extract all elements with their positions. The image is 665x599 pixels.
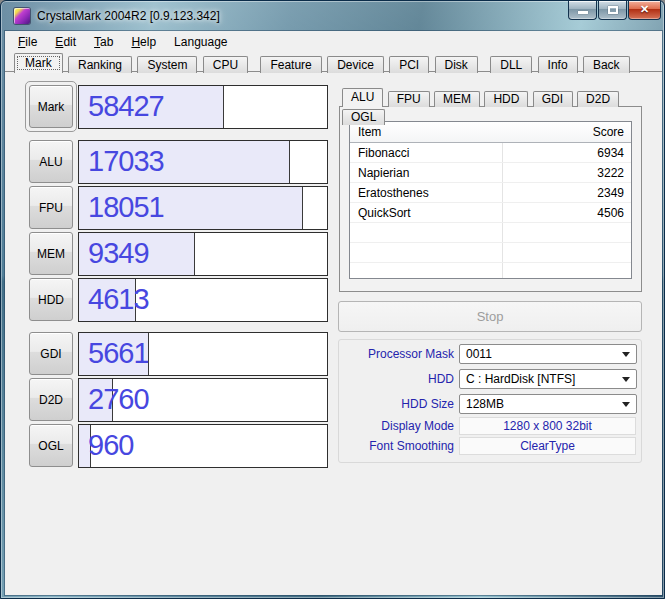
detail-tab-d2d[interactable]: D2D <box>577 91 619 107</box>
menu-help[interactable]: Help <box>122 32 165 52</box>
main-tab-strip: Mark Ranking System CPU Feature Device P… <box>5 53 662 72</box>
detail-tab-strip: ALU FPU MEM HDD GDI D2D OGL <box>342 89 662 107</box>
detail-tab-mem[interactable]: MEM <box>434 91 480 107</box>
tab-device[interactable]: Device <box>327 56 384 73</box>
tab-mark[interactable]: Mark <box>14 53 63 73</box>
tab-pci[interactable]: PCI <box>389 56 429 73</box>
hdd-select[interactable]: C : HardDisk [NTFS] <box>459 369 637 389</box>
client-area: File Edit Tab Help Language Mark Ranking… <box>5 31 662 595</box>
tab-system[interactable]: System <box>137 56 197 73</box>
maximize-button[interactable] <box>598 1 627 20</box>
chevron-down-icon <box>622 377 630 382</box>
alu-button[interactable]: ALU <box>29 140 73 183</box>
detail-tab-ogl[interactable]: OGL <box>342 109 385 125</box>
mem-button[interactable]: MEM <box>29 232 73 275</box>
alu-score-bar: 17033 <box>78 140 328 184</box>
ogl-score-value: 960 <box>88 429 133 462</box>
processor-mask-label: Processor Mask <box>342 344 454 364</box>
tab-info[interactable]: Info <box>538 56 578 73</box>
gdi-score-value: 5661 <box>88 337 149 370</box>
close-icon: ✕ <box>629 3 660 16</box>
chevron-down-icon <box>622 402 630 407</box>
display-mode-value: 1280 x 800 32bit <box>459 417 636 435</box>
d2d-button[interactable]: D2D <box>29 378 73 421</box>
hdd-score-bar: 4613 <box>78 278 328 322</box>
chevron-down-icon <box>622 352 630 357</box>
table-row-empty <box>350 243 631 263</box>
app-window: CrystalMark 2004R2 [0.9.123.342] ✕ File … <box>0 0 665 599</box>
detail-tab-gdi[interactable]: GDI <box>533 91 573 107</box>
window-title: CrystalMark 2004R2 [0.9.123.342] <box>37 9 220 23</box>
title-bar[interactable]: CrystalMark 2004R2 [0.9.123.342] ✕ <box>1 1 664 31</box>
mark-score-bar: 58427 <box>78 85 328 129</box>
result-table: Item Score Fibonacci 6934 Napierian 3222… <box>349 121 632 279</box>
alu-score-value: 17033 <box>88 145 164 178</box>
stop-button[interactable]: Stop <box>338 301 642 332</box>
window-controls: ✕ <box>567 1 661 20</box>
fpu-score-value: 18051 <box>88 191 164 224</box>
table-row-empty <box>350 223 631 243</box>
menu-file[interactable]: File <box>9 32 46 52</box>
ogl-score-bar: 960 <box>78 424 328 468</box>
fpu-button[interactable]: FPU <box>29 186 73 229</box>
tab-feature[interactable]: Feature <box>260 56 321 73</box>
gdi-score-bar: 5661 <box>78 332 328 376</box>
tab-dll[interactable]: DLL <box>490 56 532 73</box>
detail-tab-hdd[interactable]: HDD <box>484 91 528 107</box>
table-row-empty <box>350 263 631 279</box>
table-row[interactable]: QuickSort 4506 <box>350 203 631 223</box>
hdd-score-value: 4613 <box>88 283 149 316</box>
gdi-button[interactable]: GDI <box>29 332 73 375</box>
table-row[interactable]: Fibonacci 6934 <box>350 143 631 163</box>
minimize-button[interactable] <box>568 1 597 20</box>
column-header-item[interactable]: Item <box>350 125 494 139</box>
hdd-size-label: HDD Size <box>342 394 454 414</box>
tab-cpu[interactable]: CPU <box>203 56 248 73</box>
font-smoothing-label: Font Smoothing <box>342 437 454 455</box>
mark-score-value: 58427 <box>88 90 164 123</box>
hdd-size-select[interactable]: 128MB <box>459 394 637 414</box>
mem-score-bar: 9349 <box>78 232 328 276</box>
hdd-button[interactable]: HDD <box>29 278 73 321</box>
display-mode-label: Display Mode <box>342 417 454 435</box>
detail-tab-alu[interactable]: ALU <box>342 88 383 107</box>
font-smoothing-value: ClearType <box>459 437 636 455</box>
minimize-icon <box>578 11 588 14</box>
table-header[interactable]: Item Score <box>350 122 631 143</box>
detail-tab-fpu[interactable]: FPU <box>388 91 430 107</box>
menu-bar: File Edit Tab Help Language <box>5 31 662 53</box>
column-header-score[interactable]: Score <box>494 125 631 139</box>
hdd-label: HDD <box>342 369 454 389</box>
menu-tab[interactable]: Tab <box>85 32 122 52</box>
app-icon <box>14 8 30 24</box>
processor-mask-select[interactable]: 0011 <box>459 344 637 364</box>
table-row[interactable]: Eratosthenes 2349 <box>350 183 631 203</box>
d2d-score-value: 2760 <box>88 383 149 416</box>
tab-disk[interactable]: Disk <box>435 56 478 73</box>
mark-button-default-ring: Mark <box>25 81 77 132</box>
ogl-button[interactable]: OGL <box>29 424 73 467</box>
menu-edit[interactable]: Edit <box>46 32 85 52</box>
table-row[interactable]: Napierian 3222 <box>350 163 631 183</box>
mark-button[interactable]: Mark <box>29 85 73 128</box>
menu-language[interactable]: Language <box>165 32 236 52</box>
tab-back[interactable]: Back <box>583 56 630 73</box>
d2d-score-bar: 2760 <box>78 378 328 422</box>
mem-score-value: 9349 <box>88 237 149 270</box>
tab-ranking[interactable]: Ranking <box>68 56 132 73</box>
close-button[interactable]: ✕ <box>628 1 661 20</box>
fpu-score-bar: 18051 <box>78 186 328 230</box>
maximize-icon <box>608 6 618 14</box>
